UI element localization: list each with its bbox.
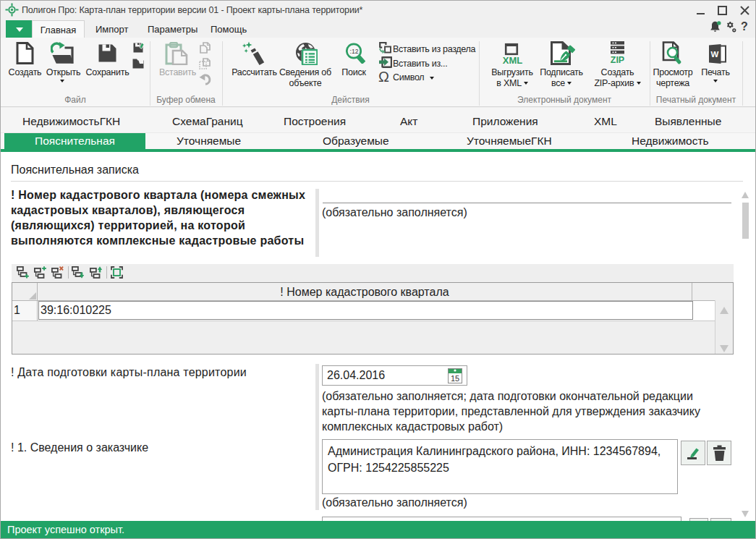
- svg-text:15: 15: [451, 374, 459, 383]
- svg-text:ZIP: ZIP: [611, 55, 624, 64]
- svg-text::12: :12: [350, 48, 359, 55]
- svg-text:W: W: [711, 50, 719, 59]
- svg-text:XML: XML: [503, 55, 523, 64]
